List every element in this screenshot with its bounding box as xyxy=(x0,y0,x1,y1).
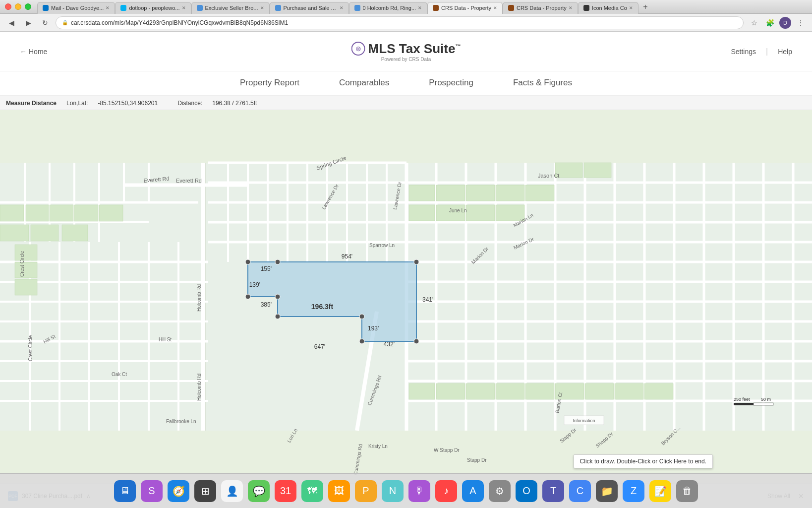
svg-rect-72 xyxy=(74,205,98,221)
dock-item-finder[interactable]: 🖥 xyxy=(114,480,136,503)
svg-text:250 feet: 250 feet xyxy=(734,397,750,402)
dock-item-trash[interactable]: 🗑 xyxy=(676,480,698,503)
nav-tab-property-report[interactable]: Property Report xyxy=(240,72,299,95)
svg-text:193': 193' xyxy=(368,325,379,332)
svg-text:954': 954' xyxy=(342,253,352,260)
url-text: car.crsdata.com/mls/Map/Y4d293rGnplBNlYO… xyxy=(71,19,288,26)
tooltip-text: Click to draw. Double-Click or Click Her… xyxy=(580,458,706,465)
svg-text:432': 432' xyxy=(384,341,395,348)
browser-tab-7[interactable]: CRS Data - Property ✕ xyxy=(503,2,578,14)
dock-item-systemprefs[interactable]: ⚙ xyxy=(488,480,511,503)
traffic-lights[interactable] xyxy=(5,3,31,10)
svg-text:Crest Circle: Crest Circle xyxy=(28,335,33,361)
svg-rect-82 xyxy=(466,185,495,201)
svg-text:385': 385' xyxy=(261,301,272,308)
new-tab-button[interactable]: + xyxy=(638,1,652,13)
nav-tabs: Property ReportComparablesProspectingFac… xyxy=(0,71,812,96)
svg-rect-98 xyxy=(615,383,643,399)
svg-rect-75 xyxy=(31,225,58,241)
nav-tab-facts-figures[interactable]: Facts & Figures xyxy=(513,72,572,95)
refresh-button[interactable]: ↻ xyxy=(39,16,52,29)
dock-item-podcasts[interactable]: 🎙 xyxy=(408,480,431,503)
dock-item-appstore[interactable]: A xyxy=(462,480,484,503)
svg-text:W Stapp Dr: W Stapp Dr xyxy=(434,447,460,453)
svg-text:Crest Circle: Crest Circle xyxy=(19,251,25,277)
browser-tab-6[interactable]: CRS Data - Property ✕ xyxy=(427,2,503,14)
browser-tab-2[interactable]: dotloop - peoplewo... ✕ xyxy=(115,2,191,14)
dock-item-notes[interactable]: 📝 xyxy=(649,480,672,503)
svg-point-103 xyxy=(414,339,419,344)
svg-text:647': 647' xyxy=(314,343,325,350)
extensions-icon[interactable]: 🧩 xyxy=(763,16,776,29)
svg-rect-95 xyxy=(525,383,554,399)
app-header: ← Home ⊛ MLS Tax Suite™ Powered by CRS D… xyxy=(0,32,812,71)
svg-rect-71 xyxy=(50,205,73,221)
dock-item-launchpad[interactable]: ⊞ xyxy=(194,480,217,503)
svg-text:Oak Ct: Oak Ct xyxy=(112,372,127,377)
dock-item-pages[interactable]: P xyxy=(354,480,377,503)
svg-point-105 xyxy=(359,314,364,319)
address-bar[interactable]: 🔒 car.crsdata.com/mls/Map/Y4d293rGnplBNl… xyxy=(56,16,744,29)
dock-item-safari[interactable]: 🧭 xyxy=(167,480,190,503)
browser-tab-1[interactable]: Mail - Dave Goodye... ✕ xyxy=(37,2,115,14)
browser-tab-4[interactable]: Purchase and Sale A... ✕ xyxy=(270,2,349,14)
svg-text:Cummings Rd: Cummings Rd xyxy=(352,444,363,475)
svg-text:Hill St: Hill St xyxy=(159,337,172,342)
svg-rect-73 xyxy=(99,205,123,221)
dock-item-photos[interactable]: 🖼 xyxy=(328,480,350,503)
measure-label: Measure Distance xyxy=(6,100,57,107)
svg-text:Holcomb Rd: Holcomb Rd xyxy=(196,284,202,312)
dock-item-messages[interactable]: 💬 xyxy=(247,480,270,503)
dock-item-maps[interactable]: 🗺 xyxy=(301,480,324,503)
dock: 🖥S🧭⊞👤💬31🗺🖼PN🎙♪A⚙OTC📁Z📝🗑 xyxy=(0,473,812,508)
bookmark-star-icon[interactable]: ☆ xyxy=(748,16,760,29)
dock-item-numbers[interactable]: N xyxy=(381,480,404,503)
dock-item-outlook[interactable]: O xyxy=(515,480,538,503)
lon-lat-label: Lon,Lat: xyxy=(66,100,88,107)
map-container[interactable]: 954' 341' 432' 647' 155' 139' 385' 193' … xyxy=(0,110,812,483)
browser-tab-3[interactable]: Exclusive Seller Bro... ✕ xyxy=(191,2,270,14)
header-divider: | xyxy=(766,47,768,56)
settings-link[interactable]: Settings xyxy=(731,48,756,56)
nav-tab-comparables[interactable]: Comparables xyxy=(339,72,389,95)
svg-text:139': 139' xyxy=(249,281,260,288)
svg-point-106 xyxy=(275,314,280,319)
dock-item-zoom-app[interactable]: Z xyxy=(622,480,645,503)
app-logo: ⊛ MLS Tax Suite™ Powered by CRS Data xyxy=(351,41,461,62)
dock-item-contacts[interactable]: 👤 xyxy=(221,480,243,503)
dock-item-music[interactable]: ♪ xyxy=(435,480,458,503)
back-button[interactable]: ◀ xyxy=(5,16,18,29)
browser-tab-8[interactable]: Icon Media Co ✕ xyxy=(578,2,638,14)
menu-icon[interactable]: ⋮ xyxy=(794,16,807,29)
svg-text:155': 155' xyxy=(261,265,272,272)
svg-rect-85 xyxy=(409,205,435,221)
logo-text: MLS Tax Suite™ xyxy=(368,41,461,57)
svg-rect-150 xyxy=(734,403,754,405)
svg-text:Information: Information xyxy=(573,418,595,423)
help-link[interactable]: Help xyxy=(778,48,792,56)
nav-tab-prospecting[interactable]: Prospecting xyxy=(429,72,473,95)
minimize-window-button[interactable] xyxy=(15,3,21,10)
svg-text:⊛: ⊛ xyxy=(355,45,361,53)
svg-text:Fallbrooke Ln: Fallbrooke Ln xyxy=(166,419,196,424)
map-svg: 954' 341' 432' 647' 155' 139' 385' 193' … xyxy=(0,110,812,483)
dock-item-calendar[interactable]: 31 xyxy=(274,480,297,503)
dock-item-siri[interactable]: S xyxy=(140,480,163,503)
browser-tab-5[interactable]: 0 Holcomb Rd, Ring... ✕ xyxy=(349,2,428,14)
home-link[interactable]: ← Home xyxy=(20,48,47,56)
dock-item-drive[interactable]: 📁 xyxy=(595,480,618,503)
title-bar: Mail - Dave Goodye... ✕ dotloop - people… xyxy=(0,0,812,14)
svg-rect-93 xyxy=(466,383,495,399)
home-label: Home xyxy=(29,48,47,56)
profile-avatar[interactable]: D xyxy=(779,17,791,29)
svg-text:Kristy Ln: Kristy Ln xyxy=(368,444,388,449)
maximize-window-button[interactable] xyxy=(25,3,31,10)
svg-rect-83 xyxy=(496,185,524,201)
distance-value: 196.3ft / 2761.5ft xyxy=(212,100,257,107)
svg-rect-76 xyxy=(62,225,88,241)
svg-rect-90 xyxy=(584,163,611,178)
close-window-button[interactable] xyxy=(5,3,11,10)
dock-item-teams[interactable]: T xyxy=(542,480,565,503)
forward-button[interactable]: ▶ xyxy=(22,16,35,29)
dock-item-chrome[interactable]: C xyxy=(569,480,591,503)
